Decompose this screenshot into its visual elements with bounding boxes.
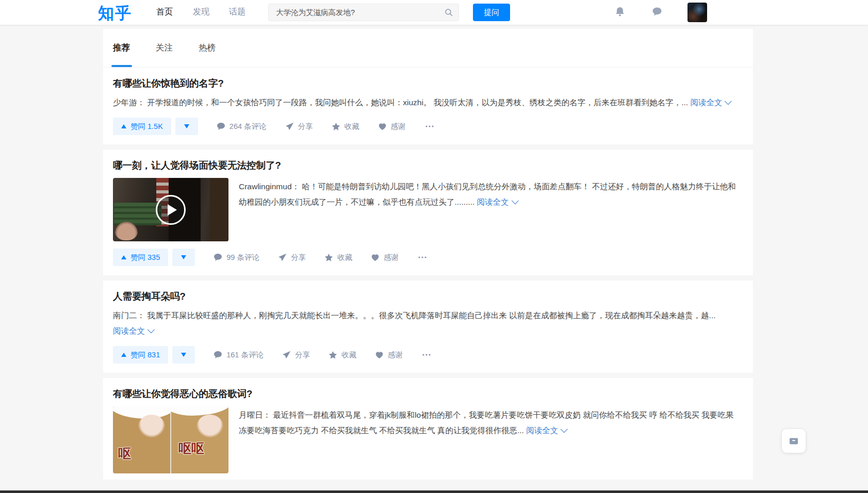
star-icon	[332, 122, 340, 131]
feed-block-2: 哪一刻，让人觉得场面快要无法控制了? Crawlinginmud： 哈！可能是特…	[103, 150, 753, 275]
feed-card-1: 有哪些让你惊艳到的名字? 少年游： 开学报道的时候，和一个女孩恰巧同了一段路，我…	[103, 68, 753, 144]
comment-icon	[214, 253, 222, 262]
share-plane-icon	[282, 351, 291, 359]
answer-excerpt-text: 月曜日： 最近抖音一群梳着双马尾，穿着jk制服和lo裙拍的那个，我要吃薯片要吃饼…	[239, 410, 733, 435]
downvote-button[interactable]	[175, 118, 198, 135]
favorite-button[interactable]: 收藏	[324, 253, 352, 262]
nav-home[interactable]: 首页	[156, 7, 173, 18]
share-plane-icon	[285, 122, 294, 131]
ellipsis-icon	[421, 350, 432, 360]
screen-bottom-edge	[0, 490, 868, 493]
comic-text: 呕	[118, 445, 131, 462]
chevron-down-icon	[561, 425, 568, 433]
downvote-button[interactable]	[172, 346, 195, 364]
nav-discover[interactable]: 发现	[193, 7, 209, 18]
action-bar: 赞同 335 99 条评论 分享 收藏	[113, 249, 739, 269]
favorite-button[interactable]: 收藏	[332, 122, 359, 132]
feed-card-4: 有哪些让你觉得恶心的恶俗歌词? 呕 呕呕 月曜日： 最近抖音一群梳着双马尾，穿着…	[103, 378, 753, 480]
downvote-triangle-icon	[181, 255, 186, 259]
read-more-link[interactable]: 阅读全文	[113, 326, 152, 335]
upvote-triangle-icon	[121, 255, 126, 259]
figure-shape	[210, 178, 228, 241]
star-icon	[324, 253, 333, 262]
star-icon	[329, 351, 337, 359]
answer-image-thumbnail[interactable]: 呕 呕呕	[113, 406, 228, 473]
feed-tabs: 推荐 关注 热榜	[103, 29, 753, 68]
downvote-triangle-icon	[184, 124, 189, 128]
action-bar: 赞同 831 161 条评论 分享 收藏	[113, 346, 739, 367]
nav-topics[interactable]: 话题	[229, 7, 245, 18]
share-button[interactable]: 分享	[278, 253, 306, 262]
play-icon	[168, 204, 177, 216]
share-button[interactable]: 分享	[282, 350, 310, 360]
upvote-button[interactable]: 赞同 335	[113, 249, 168, 266]
heart-icon	[371, 253, 380, 262]
answer-excerpt-text: 南门二： 我属于耳屎比较旺盛的那种人，刚掏完几天就能长出一堆来。。。很多次飞机降…	[113, 311, 716, 320]
feed-card-2: 哪一刻，让人觉得场面快要无法控制了? Crawlinginmud： 哈！可能是特…	[103, 150, 753, 275]
question-title[interactable]: 有哪些让你惊艳到的名字?	[113, 77, 739, 90]
comment-icon	[214, 351, 222, 359]
search-icon[interactable]	[444, 8, 453, 17]
child-shape	[115, 222, 138, 240]
search-box[interactable]	[268, 4, 459, 21]
upvote-triangle-icon	[121, 353, 126, 357]
search-input[interactable]	[276, 8, 444, 17]
upvote-button[interactable]: 赞同 1.5K	[113, 118, 171, 135]
ellipsis-icon	[417, 252, 428, 262]
ask-question-button[interactable]: 提问	[473, 4, 510, 21]
play-button[interactable]	[156, 195, 186, 225]
share-button[interactable]: 分享	[285, 122, 313, 132]
action-bar: 赞同 1.5K 264 条评论 分享 收藏	[113, 118, 739, 138]
tab-following[interactable]: 关注	[156, 29, 173, 67]
tab-hot[interactable]: 热榜	[199, 29, 216, 67]
comments-button[interactable]: 264 条评论	[217, 122, 267, 132]
downvote-button[interactable]	[172, 249, 195, 266]
zhihu-logo[interactable]: 知乎	[98, 3, 132, 24]
thanks-button[interactable]: 感谢	[378, 122, 406, 132]
answer-excerpt: 少年游： 开学报道的时候，和一个女孩恰巧同了一段路，我问她叫什么，她说叫：xiu…	[113, 95, 739, 110]
heart-icon	[378, 122, 387, 131]
user-avatar[interactable]	[687, 3, 707, 22]
heart-icon	[375, 351, 384, 359]
comic-panel: 呕	[113, 406, 170, 473]
chevron-down-icon	[148, 326, 155, 333]
read-more-link[interactable]: 阅读全文	[477, 198, 516, 206]
top-header: 知乎 首页 发现 话题 提问	[0, 0, 868, 25]
comment-icon	[217, 122, 225, 131]
chevron-down-icon	[725, 97, 732, 105]
video-thumbnail[interactable]	[113, 178, 228, 241]
comic-panel: 呕呕	[170, 406, 228, 473]
more-options-button[interactable]	[417, 252, 428, 262]
hand-shape	[196, 415, 223, 438]
read-more-link[interactable]: 阅读全文	[526, 426, 565, 435]
question-title[interactable]: 人需要掏耳朵吗?	[113, 290, 739, 303]
feed-block-1: 推荐 关注 热榜 有哪些让你惊艳到的名字? 少年游： 开学报道的时候，和一个女孩…	[103, 29, 753, 144]
upvote-button[interactable]: 赞同 831	[113, 346, 168, 364]
feed-column: 推荐 关注 热榜 有哪些让你惊艳到的名字? 少年游： 开学报道的时候，和一个女孩…	[103, 29, 753, 485]
floating-archive-button[interactable]	[782, 429, 806, 453]
comments-button[interactable]: 99 条评论	[214, 253, 259, 262]
comic-text: 呕呕	[178, 440, 204, 457]
favorite-button[interactable]: 收藏	[329, 350, 356, 360]
downvote-triangle-icon	[181, 353, 186, 357]
question-title[interactable]: 哪一刻，让人觉得场面快要无法控制了?	[113, 159, 739, 172]
messages-icon[interactable]	[651, 6, 663, 18]
share-plane-icon	[278, 253, 287, 262]
read-more-link[interactable]: 阅读全文	[690, 98, 729, 107]
more-options-button[interactable]	[424, 121, 435, 132]
thanks-button[interactable]: 感谢	[375, 350, 403, 360]
feed-block-3: 人需要掏耳朵吗? 南门二： 我属于耳屎比较旺盛的那种人，刚掏完几天就能长出一堆来…	[103, 281, 753, 373]
ellipsis-icon	[424, 121, 435, 132]
answer-excerpt: 月曜日： 最近抖音一群梳着双马尾，穿着jk制服和lo裙拍的那个，我要吃薯片要吃饼…	[239, 407, 739, 473]
answer-excerpt-text: 少年游： 开学报道的时候，和一个女孩恰巧同了一段路，我问她叫什么，她说叫：xiu…	[113, 98, 688, 107]
comments-button[interactable]: 161 条评论	[214, 350, 264, 360]
question-title[interactable]: 有哪些让你觉得恶心的恶俗歌词?	[113, 387, 739, 400]
feed-card-3: 人需要掏耳朵吗? 南门二： 我属于耳屎比较旺盛的那种人，刚掏完几天就能长出一堆来…	[103, 281, 753, 373]
feed-block-4: 有哪些让你觉得恶心的恶俗歌词? 呕 呕呕 月曜日： 最近抖音一群梳着双马尾，穿着…	[103, 378, 753, 480]
notifications-bell-icon[interactable]	[614, 6, 626, 18]
tab-recommended[interactable]: 推荐	[113, 29, 130, 67]
more-options-button[interactable]	[421, 350, 432, 360]
answer-excerpt: 南门二： 我属于耳屎比较旺盛的那种人，刚掏完几天就能长出一堆来。。。很多次飞机降…	[113, 308, 739, 339]
thanks-button[interactable]: 感谢	[371, 253, 399, 262]
chevron-down-icon	[511, 197, 518, 204]
